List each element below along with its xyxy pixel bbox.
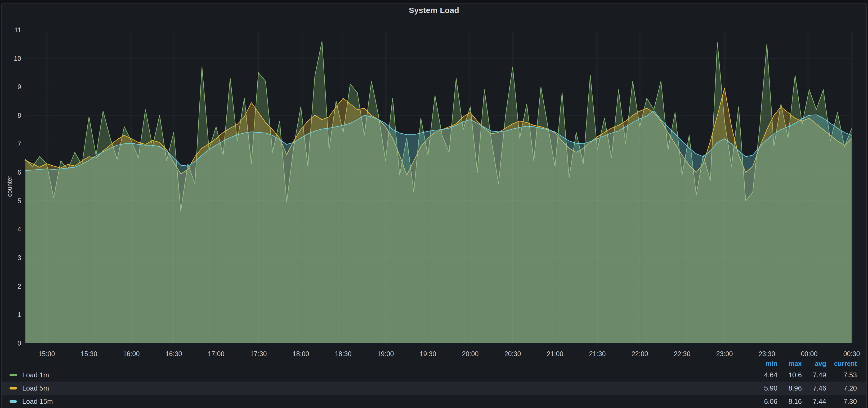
- y-tick-label: 6: [18, 169, 21, 176]
- x-tick-label: 22:30: [674, 350, 690, 358]
- legend: minmaxavgcurrentLoad 1m4.6410.67.497.53L…: [2, 359, 866, 408]
- legend-value-avg: 7.46: [802, 384, 826, 393]
- y-tick-label: 7: [18, 140, 21, 148]
- x-tick-label: 18:00: [292, 350, 309, 358]
- legend-header-current[interactable]: current: [826, 360, 857, 368]
- x-tick-label: 20:30: [504, 350, 521, 358]
- legend-value-max: 8.96: [777, 384, 802, 393]
- x-tick-label: 19:00: [377, 350, 394, 358]
- legend-value-avg: 7.44: [802, 398, 826, 406]
- legend-label[interactable]: Load 15m: [22, 398, 753, 406]
- y-tick-label: 4: [18, 226, 21, 233]
- legend-value-current: 7.20: [826, 384, 857, 393]
- x-tick-label: 16:30: [165, 350, 182, 358]
- legend-value-max: 8.16: [777, 398, 802, 406]
- legend-label[interactable]: Load 5m: [22, 384, 753, 393]
- legend-value-avg: 7.49: [802, 371, 826, 379]
- x-tick-label: 19:30: [420, 350, 436, 358]
- legend-value-min: 5.90: [753, 384, 777, 393]
- graph-panel: System Load counter 0123456789101115:001…: [1, 3, 867, 408]
- legend-swatch-load-1m[interactable]: [9, 374, 17, 376]
- legend-value-min: 4.64: [753, 371, 777, 379]
- legend-value-min: 6.06: [753, 398, 777, 406]
- x-tick-label: 21:00: [547, 350, 563, 358]
- x-tick-label: 20:00: [462, 350, 479, 358]
- legend-value-current: 7.30: [826, 398, 857, 406]
- x-tick-label: 17:30: [250, 350, 267, 358]
- legend-label[interactable]: Load 1m: [22, 371, 753, 379]
- legend-header-avg[interactable]: avg: [802, 360, 826, 368]
- x-tick-label: 00:30: [843, 350, 860, 358]
- legend-value-current: 7.53: [826, 371, 857, 379]
- y-tick-label: 3: [18, 254, 21, 262]
- y-tick-label: 2: [18, 282, 21, 290]
- x-tick-label: 23:00: [716, 350, 733, 358]
- y-tick-label: 5: [18, 197, 21, 205]
- legend-header-max[interactable]: max: [777, 360, 802, 368]
- y-tick-label: 1: [18, 311, 21, 318]
- area-fill-load-15m: [25, 111, 851, 343]
- legend-swatch-load-15m[interactable]: [9, 400, 17, 403]
- y-tick-label: 0: [18, 339, 21, 347]
- x-tick-label: 15:00: [38, 350, 55, 358]
- y-tick-label: 11: [14, 26, 21, 34]
- legend-swatch-load-5m[interactable]: [9, 387, 17, 389]
- y-tick-label: 10: [14, 55, 21, 62]
- x-tick-label: 23:30: [758, 350, 775, 358]
- legend-value-max: 10.6: [777, 371, 802, 379]
- y-tick-label: 9: [18, 83, 21, 91]
- x-tick-label: 17:00: [208, 350, 224, 358]
- x-tick-label: 15:30: [81, 350, 97, 358]
- legend-header-row: minmaxavgcurrent: [2, 359, 866, 368]
- x-tick-label: 00:00: [801, 350, 818, 358]
- legend-row-load-1m: Load 1m4.6410.67.497.53: [2, 368, 866, 381]
- x-tick-label: 22:00: [631, 350, 648, 358]
- x-tick-label: 16:00: [123, 350, 140, 358]
- x-tick-label: 21:30: [589, 350, 606, 358]
- legend-row-load-5m: Load 5m5.908.967.467.20: [2, 381, 866, 395]
- legend-header-min[interactable]: min: [753, 360, 777, 368]
- y-tick-label: 8: [18, 112, 21, 119]
- system-load-chart[interactable]: 0123456789101115:0015:3016:0016:3017:001…: [2, 4, 867, 362]
- x-tick-label: 18:30: [335, 350, 352, 358]
- legend-row-load-15m: Load 15m6.068.167.447.30: [2, 395, 866, 408]
